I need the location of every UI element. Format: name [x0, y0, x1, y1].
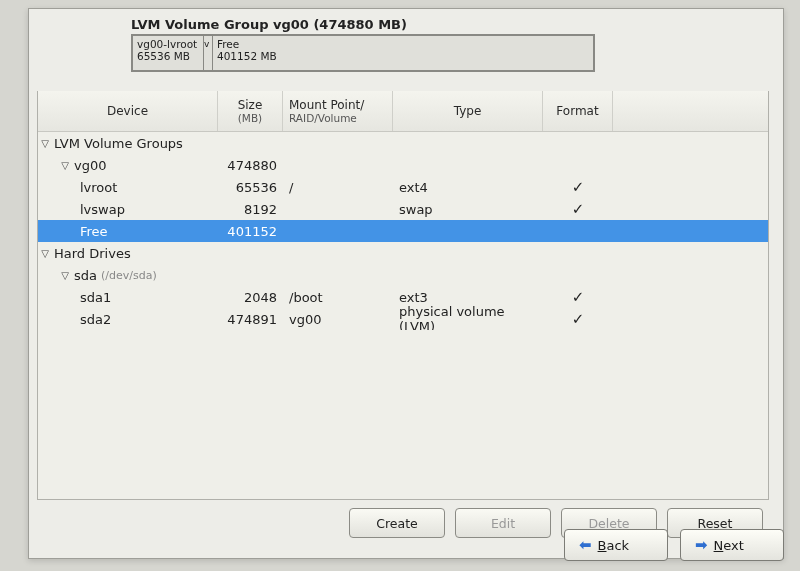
diskmap-seg-size: 65536 MB [137, 50, 199, 62]
checkmark-icon: ✓ [543, 288, 613, 306]
table-header: Device Size(MB) Mount Point/RAID/Volume … [38, 91, 768, 132]
diskmap-bar: vg00-lvroot 65536 MB v Free 401152 MB [131, 34, 595, 72]
next-button[interactable]: ➡Next [680, 529, 784, 561]
col-type[interactable]: Type [393, 91, 543, 131]
table-body: ▽LVM Volume Groups ▽vg00 474880 lvroot 6… [38, 132, 768, 330]
checkmark-icon: ✓ [543, 178, 613, 196]
row-lvswap[interactable]: lvswap 8192 swap ✓ [38, 198, 768, 220]
row-sda[interactable]: ▽sda(/dev/sda) [38, 264, 768, 286]
row-hard-drives[interactable]: ▽Hard Drives [38, 242, 768, 264]
col-size[interactable]: Size(MB) [218, 91, 283, 131]
diskmap-seg-lvswap[interactable]: v [204, 36, 213, 70]
expander-icon[interactable]: ▽ [60, 270, 70, 281]
diskmap-title: LVM Volume Group vg00 (474880 MB) [131, 17, 777, 32]
row-sda2[interactable]: sda2 474891 vg00 physical volume (LVM) ✓ [38, 308, 768, 330]
row-vg00[interactable]: ▽vg00 474880 [38, 154, 768, 176]
expander-icon[interactable]: ▽ [60, 160, 70, 171]
diskmap-seg-label: Free [217, 38, 589, 50]
row-lvm-groups[interactable]: ▽LVM Volume Groups [38, 132, 768, 154]
diskmap-seg-label: v [204, 38, 212, 50]
col-device[interactable]: Device [38, 91, 218, 131]
back-button[interactable]: ⬅Back [564, 529, 668, 561]
edit-button: Edit [455, 508, 551, 538]
diskmap-seg-label: vg00-lvroot [137, 38, 199, 50]
checkmark-icon: ✓ [543, 200, 613, 218]
create-button[interactable]: Create [349, 508, 445, 538]
nav-bar: ⬅Back ➡Next [564, 529, 784, 561]
arrow-left-icon: ⬅ [579, 536, 592, 554]
diskmap-seg-lvroot[interactable]: vg00-lvroot 65536 MB [133, 36, 204, 70]
expander-icon[interactable]: ▽ [40, 138, 50, 149]
partition-table: Device Size(MB) Mount Point/RAID/Volume … [37, 91, 769, 500]
checkmark-icon: ✓ [543, 310, 613, 328]
arrow-right-icon: ➡ [695, 536, 708, 554]
diskmap-seg-size: 401152 MB [217, 50, 589, 62]
expander-icon[interactable]: ▽ [40, 248, 50, 259]
row-lvroot[interactable]: lvroot 65536 / ext4 ✓ [38, 176, 768, 198]
row-free[interactable]: Free 401152 [38, 220, 768, 242]
col-mountpoint[interactable]: Mount Point/RAID/Volume [283, 91, 393, 131]
diskmap-seg-free[interactable]: Free 401152 MB [213, 36, 593, 70]
col-format[interactable]: Format [543, 91, 613, 131]
